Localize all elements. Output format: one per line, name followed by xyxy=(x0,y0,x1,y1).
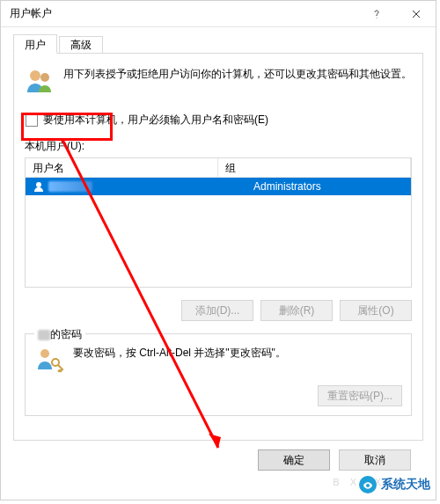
tab-panel-users: 用下列表授予或拒绝用户访问你的计算机，还可以更改其密码和其他设置。 要使用本计算… xyxy=(13,54,423,441)
close-button[interactable] xyxy=(396,1,436,27)
user-accounts-dialog: 用户帐户 用户 高级 xyxy=(0,0,436,500)
svg-point-0 xyxy=(30,70,40,81)
listview-header: 用户名 组 xyxy=(26,158,411,178)
cell-group: Administrators xyxy=(218,180,411,193)
users-listview[interactable]: 用户名 组 Administrators xyxy=(25,157,412,288)
ok-button[interactable]: 确定 xyxy=(258,449,330,471)
password-text: 要改密码，按 Ctrl-Alt-Del 并选择"更改密码"。 xyxy=(73,345,286,362)
password-button-row: 重置密码(P)... xyxy=(34,385,402,406)
header-group[interactable]: 组 xyxy=(218,158,411,178)
cancel-button[interactable]: 取消 xyxy=(339,449,411,471)
user-buttons-row: 添加(D)... 删除(R) 属性(O) xyxy=(25,300,412,321)
content-area: 用户 高级 用下列表授予或拒绝用户访问你的计算机，还可以更改其密码和其他设置。 xyxy=(1,27,436,479)
help-button[interactable] xyxy=(356,1,396,27)
key-icon xyxy=(34,345,64,375)
require-password-label: 要使用本计算机，用户必须输入用户名和密码(E) xyxy=(43,113,268,128)
svg-point-4 xyxy=(52,359,59,366)
require-password-checkbox[interactable] xyxy=(26,114,38,127)
svg-point-3 xyxy=(40,349,49,358)
header-username[interactable]: 用户名 xyxy=(26,158,218,178)
tab-strip: 用户 高级 xyxy=(13,34,423,54)
password-info-row: 要改密码，按 Ctrl-Alt-Del 并选择"更改密码"。 xyxy=(34,345,402,375)
properties-button[interactable]: 属性(O) xyxy=(340,300,412,321)
password-group-legend: 的密码 xyxy=(34,327,85,342)
svg-point-8 xyxy=(366,484,370,487)
intro-row: 用下列表授予或拒绝用户访问你的计算机，还可以更改其密码和其他设置。 xyxy=(25,66,412,96)
svg-point-1 xyxy=(40,73,49,82)
tab-advanced[interactable]: 高级 xyxy=(59,36,103,53)
username-redacted-legend xyxy=(38,330,50,340)
titlebar-buttons xyxy=(356,1,436,26)
window-title: 用户帐户 xyxy=(1,6,356,21)
legend-suffix: 的密码 xyxy=(50,328,82,340)
reset-password-button[interactable]: 重置密码(P)... xyxy=(318,385,402,406)
password-group: 的密码 要改密码，按 Ctrl-Alt-Del 并选择"更改密码"。 重 xyxy=(25,333,412,416)
watermark-text: 系统天地 xyxy=(381,477,430,493)
tab-users[interactable]: 用户 xyxy=(13,34,57,54)
table-row[interactable]: Administrators xyxy=(26,178,411,195)
user-icon xyxy=(33,180,45,193)
cell-username xyxy=(26,180,218,193)
titlebar: 用户帐户 xyxy=(1,1,436,27)
watermark-icon xyxy=(358,475,378,494)
local-users-label: 本机用户(U): xyxy=(25,139,412,154)
dialog-button-row: 确定 取消 xyxy=(13,441,423,471)
username-redacted xyxy=(48,181,92,192)
watermark: 系统天地 xyxy=(358,475,430,494)
users-icon xyxy=(25,66,55,96)
svg-point-2 xyxy=(36,182,41,187)
remove-button[interactable]: 删除(R) xyxy=(260,300,333,321)
add-button[interactable]: 添加(D)... xyxy=(181,300,253,321)
intro-text: 用下列表授予或拒绝用户访问你的计算机，还可以更改其密码和其他设置。 xyxy=(63,66,412,83)
require-password-checkbox-row[interactable]: 要使用本计算机，用户必须输入用户名和密码(E) xyxy=(23,108,412,132)
